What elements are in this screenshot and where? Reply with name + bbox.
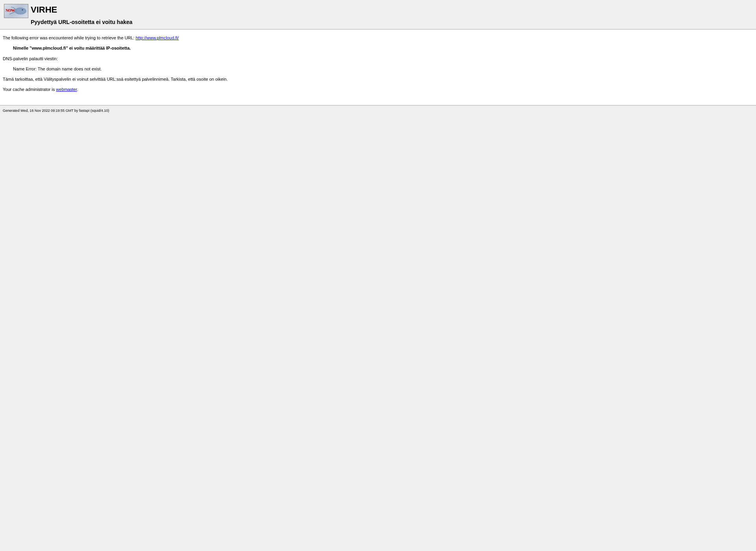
admin-suffix: . xyxy=(77,87,78,92)
logo-text: NOW xyxy=(6,8,15,13)
page-footer: Generated Wed, 16 Nov 2022 09:19:55 GMT … xyxy=(0,105,756,113)
admin-prefix: Your cache administrator is xyxy=(3,87,56,92)
generated-timestamp: Generated Wed, 16 Nov 2022 09:19:55 GMT … xyxy=(3,109,109,113)
intro-line: The following error was encountered whil… xyxy=(3,35,756,41)
header-text-block: VIRHE Pyydettyä URL-osoitetta ei voitu h… xyxy=(31,4,132,25)
svg-point-2 xyxy=(22,9,23,11)
intro-text: The following error was encountered whil… xyxy=(3,35,136,40)
failed-url-link[interactable]: http://www.plmcloud.fi/ xyxy=(136,35,179,40)
error-content: The following error was encountered whil… xyxy=(0,30,756,105)
svg-point-1 xyxy=(17,9,24,13)
explanation-text: Tämä tarkoittaa, että Välityspalvelin ei… xyxy=(3,76,756,82)
webmaster-link[interactable]: webmaster xyxy=(56,87,77,92)
dns-label: DNS-palvelin palautti viestin: xyxy=(3,56,756,61)
squid-logo: NOW xyxy=(4,4,28,18)
error-message: Nimelle "www.plmcloud.fi" ei voitu määri… xyxy=(13,45,756,51)
admin-line: Your cache administrator is webmaster. xyxy=(3,87,756,92)
page-header: NOW VIRHE Pyydettyä URL-osoitetta ei voi… xyxy=(0,0,756,29)
error-title: VIRHE xyxy=(31,5,132,15)
error-subtitle: Pyydettyä URL-osoitetta ei voitu hakea xyxy=(31,19,132,25)
dns-error-text: Name Error: The domain name does not exi… xyxy=(13,66,756,72)
